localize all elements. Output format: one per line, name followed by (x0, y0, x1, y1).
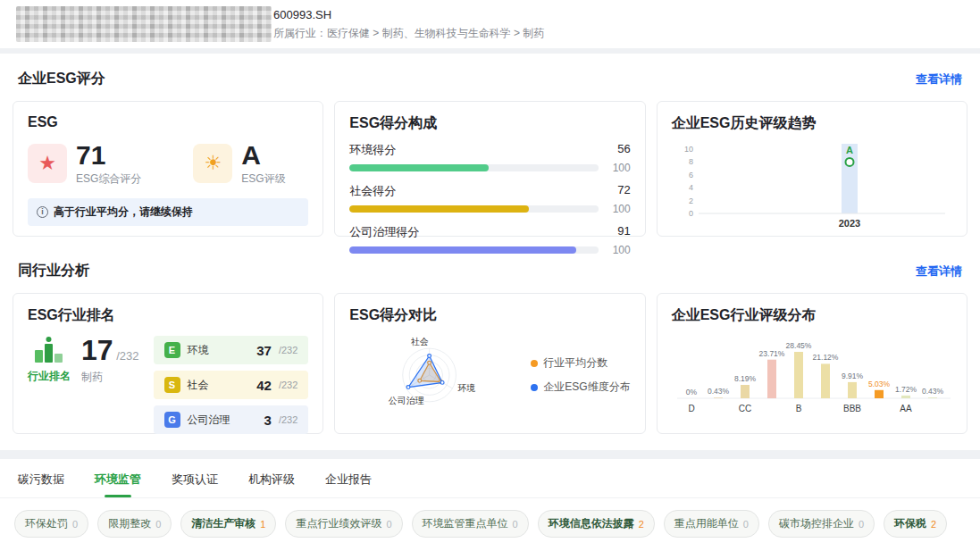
y-tick: 2 (689, 196, 693, 205)
esg-composition-card: ESG得分构成 环境得分 56 100 社会得分 72 100 (334, 101, 645, 237)
rank-row-label: 社会 (188, 378, 209, 393)
filter-chip-7[interactable]: 碳市场控排企业0 (768, 510, 875, 538)
chip-count: 0 (859, 519, 864, 530)
bar-value-label: 9.91% (842, 372, 864, 380)
bar-value-label: 0% (686, 388, 698, 397)
metric-label: 环境得分 (349, 142, 396, 158)
rating-bar (875, 390, 884, 398)
x-tick: BBB (843, 404, 861, 413)
distribution-chart-svg: 0%D0.43%8.19%CC23.71%28.45%B21.12%9.91%B… (672, 330, 956, 418)
y-tick: 8 (689, 157, 693, 166)
stock-code: 600993.SH (273, 8, 544, 21)
rank-label: 行业排名 (28, 369, 71, 384)
rating-bar (848, 382, 857, 398)
chip-count: 0 (386, 519, 391, 530)
score-groups: ★ 71 ESG综合评分 ☀ A ESG评级 (28, 141, 308, 187)
x-tick: B (795, 404, 801, 413)
filter-chip-0[interactable]: 环保处罚0 (14, 510, 88, 538)
rating-group: ☀ A ESG评级 (193, 141, 285, 187)
rank-row-total: /232 (279, 380, 297, 390)
radar-chart-svg: 社会环境公司治理 (349, 329, 524, 422)
esg-rating: A (241, 141, 285, 170)
bar-value-label: 0.43% (922, 387, 944, 396)
rating-bar (794, 352, 803, 398)
score-note-text: 高于行业平均分，请继续保持 (54, 205, 193, 220)
rank-row-label: 环境 (188, 343, 209, 358)
metric-max: 100 (607, 162, 631, 174)
tab-1[interactable]: 环境监管 (95, 472, 141, 497)
trend-card-title: 企业ESG历史评级趋势 (672, 114, 952, 133)
x-tick: 2023 (838, 218, 859, 229)
filter-chip-3[interactable]: 重点行业绩效评级0 (285, 510, 402, 538)
social-badge-icon: S (164, 377, 180, 393)
tab-3[interactable]: 机构评级 (248, 472, 295, 497)
axis-label: 社会 (411, 337, 429, 346)
industry-section-header: 同行业分析 查看详情 (13, 260, 967, 293)
industry-path: 医疗保健 > 制药、生物科技与生命科学 > 制药 (327, 27, 544, 39)
tab-4[interactable]: 企业报告 (325, 472, 372, 497)
chip-label: 环保税 (894, 516, 926, 531)
info-icon: i (37, 206, 48, 218)
chip-count: 2 (639, 519, 644, 530)
chip-label: 环境监管重点单位 (423, 516, 508, 531)
esg-detail-link[interactable]: 查看详情 (916, 71, 962, 88)
chip-label: 环保处罚 (25, 516, 68, 531)
rank-row-total: /232 (279, 345, 297, 355)
x-tick: AA (900, 404, 912, 413)
rating-letter: A (846, 145, 853, 155)
rating-marker (845, 158, 853, 166)
filter-chip-8[interactable]: 环保税2 (884, 510, 947, 538)
filter-chip-4[interactable]: 环境监管重点单位0 (412, 510, 529, 538)
filter-chip-6[interactable]: 重点用能单位0 (664, 510, 759, 538)
header-text: 600993.SH 所属行业：医疗保健 > 制药、生物科技与生命科学 > 制药 (273, 8, 544, 41)
industry-label: 所属行业： (273, 27, 327, 39)
filter-chip-5[interactable]: 环境信息依法披露2 (538, 510, 655, 538)
chip-count: 0 (72, 519, 78, 530)
metric-value: 91 (617, 224, 630, 240)
chip-count: 0 (513, 519, 518, 530)
tab-0[interactable]: 碳污数据 (18, 472, 64, 497)
radar-legend: 行业平均分数 企业ESG维度分布 (531, 355, 630, 395)
industry-ranking-card: ESG行业排名 行业排名 17 /232 (13, 293, 323, 434)
radar-series (408, 356, 442, 388)
distribution-chart: 0%D0.43%8.19%CC23.71%28.45%B21.12%9.91%B… (672, 330, 952, 418)
x-tick: D (688, 404, 694, 413)
governance-badge-icon: G (164, 412, 180, 428)
metric-value: 72 (617, 183, 630, 199)
rank-row-label: 公司治理 (188, 413, 230, 428)
chip-label: 环境信息依法披露 (549, 516, 634, 531)
rank-summary: 行业排名 17 /232 制药 (28, 336, 139, 434)
bar-value-label: 23.71% (758, 349, 784, 358)
section-title-industry-analysis: 同行业分析 (18, 262, 89, 280)
esg-card-title: ESG (28, 114, 308, 130)
trend-chart-svg: 0246810A2023 (672, 138, 954, 230)
x-tick: CC (738, 404, 750, 413)
radar-card-title: ESG得分对比 (349, 306, 630, 325)
metric-max: 100 (607, 244, 631, 256)
sun-icon: ☀ (193, 144, 232, 183)
rank-row-social: S 社会 42 /232 (154, 371, 309, 399)
tab-2[interactable]: 奖项认证 (172, 472, 218, 497)
bar-value-label: 8.19% (734, 374, 757, 383)
y-tick: 0 (689, 209, 693, 218)
filter-chip-2[interactable]: 清洁生产审核1 (180, 510, 276, 538)
bottom-panel: 碳污数据环境监管奖项认证机构评级企业报告 环保处罚0限期整改0清洁生产审核1重点… (0, 459, 980, 551)
filter-chip-1[interactable]: 限期整改0 (97, 510, 172, 538)
rating-bar (901, 396, 910, 398)
chip-label: 重点行业绩效评级 (296, 516, 381, 531)
esg-composite-score: 71 (76, 141, 141, 170)
industry-detail-link[interactable]: 查看详情 (916, 263, 962, 280)
esg-rating-label: ESG评级 (241, 171, 285, 187)
filter-chip-row: 环保处罚0限期整改0清洁生产审核1重点行业绩效评级0环境监管重点单位0环境信息依… (0, 498, 980, 549)
composite-score-group: ★ 71 ESG综合评分 (28, 141, 141, 187)
progress-track (349, 246, 598, 254)
metric-max: 100 (607, 203, 631, 215)
y-tick: 6 (689, 171, 693, 179)
bar-value-label: 1.72% (895, 385, 917, 394)
section-title-esg-score: 企业ESG评分 (18, 70, 105, 88)
main-panel: 企业ESG评分 查看详情 ESG ★ 71 ESG综合评分 ☀ A ESG评级 (0, 54, 980, 450)
chip-label: 清洁生产审核 (191, 516, 255, 531)
industry-name: 制药 (81, 370, 139, 385)
podium-icon (33, 336, 65, 364)
chip-count: 0 (155, 519, 161, 530)
